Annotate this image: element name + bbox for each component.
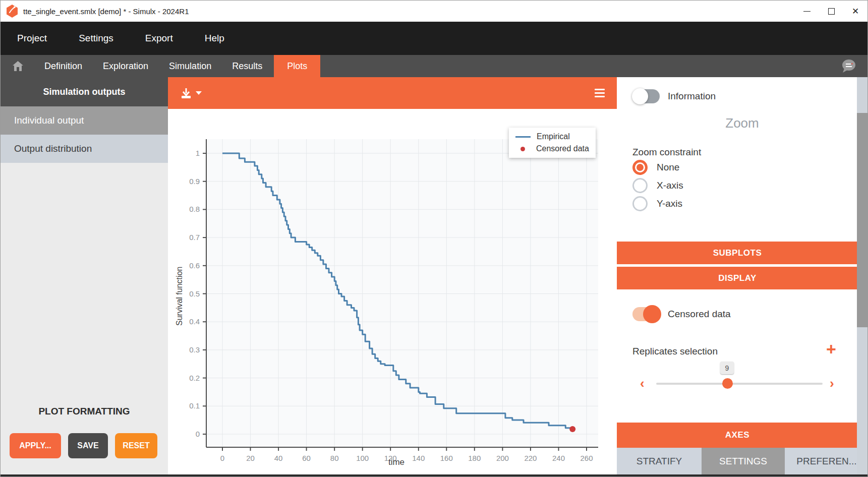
x-tick-label: 0 (220, 454, 224, 462)
x-tick-label: 40 (274, 454, 283, 462)
sidebar-header: Simulation outputs (1, 77, 168, 106)
y-tick-label: 0.7 (189, 233, 200, 242)
main-tab-bar: Definition Exploration Simulation Result… (1, 55, 867, 77)
zoom-constraint-x-axis[interactable]: X-axis (632, 178, 683, 193)
empirical-line-swatch (515, 136, 531, 138)
y-tick-label: 0.1 (189, 401, 200, 410)
menu-icon (595, 89, 605, 90)
menu-help[interactable]: Help (205, 33, 224, 44)
maximize-button[interactable] (819, 1, 843, 22)
settings-scrollbar[interactable] (857, 77, 867, 474)
tab-results[interactable]: Results (232, 61, 262, 72)
x-tick-label: 60 (302, 454, 311, 462)
slider-previous-button[interactable]: ‹ (640, 377, 645, 390)
zoom-constraint-none[interactable]: None (632, 160, 679, 175)
axes-section-button[interactable]: AXES (617, 423, 858, 448)
plot-menu-button[interactable] (595, 89, 605, 97)
y-tick-label: 0.8 (189, 205, 200, 213)
y-tick-label: 0 (196, 430, 200, 438)
plots-sidebar: Simulation outputs Individual output Out… (1, 77, 168, 474)
replicate-slider-track[interactable] (656, 383, 823, 385)
zoom-constraint-label: Zoom constraint (632, 147, 701, 158)
legend-item-censored: Censored data (515, 144, 589, 153)
y-tick-label: 0.5 (189, 289, 200, 298)
y-tick-label: 1 (196, 149, 200, 157)
x-tick-label: 180 (468, 454, 481, 462)
y-tick-label: 0.4 (189, 317, 200, 326)
home-icon (12, 61, 24, 72)
download-menu-button[interactable] (180, 88, 202, 99)
menu-bar: Project Settings Export Help (1, 22, 867, 55)
scrollbar-thumb[interactable] (857, 113, 867, 327)
radio-none-icon[interactable] (632, 160, 648, 175)
settings-bottom-tabs: STRATIFY SETTINGS PREFEREN... (617, 448, 868, 474)
radio-y-axis-icon[interactable] (632, 196, 648, 211)
minimize-button[interactable] (795, 1, 819, 22)
tab-settings[interactable]: SETTINGS (702, 448, 785, 474)
y-tick-label: 0.2 (189, 374, 200, 382)
censored-data-toggle[interactable] (632, 307, 660, 321)
minimize-icon (803, 11, 811, 12)
information-toggle[interactable] (632, 89, 660, 103)
title-bar: tte_single_event.smlx [demo] * - Simulx … (1, 1, 867, 22)
radio-y-axis-label: Y-axis (657, 198, 682, 209)
download-icon (180, 88, 192, 99)
display-section-button[interactable]: DISPLAY (617, 267, 858, 289)
x-tick-label: 20 (246, 454, 255, 462)
speech-bubble-icon (840, 58, 856, 74)
tab-preferences[interactable]: PREFEREN... (785, 448, 868, 474)
x-tick-label: 220 (524, 454, 537, 462)
tab-definition[interactable]: Definition (44, 61, 82, 72)
tab-simulation[interactable]: Simulation (169, 61, 211, 72)
zoom-section-title: Zoom (617, 115, 867, 131)
sidebar-item-output-distribution[interactable]: Output distribution (1, 135, 168, 163)
simulx-logo-icon (6, 5, 18, 18)
add-replicate-button[interactable]: + (826, 340, 836, 357)
censored-data-point (569, 426, 575, 432)
plot-main-area: 02040608010012014016018020022024026000.1… (168, 77, 617, 474)
slider-next-button[interactable]: › (830, 377, 834, 390)
window-title: tte_single_event.smlx [demo] * - Simulx … (23, 7, 189, 16)
menu-settings[interactable]: Settings (79, 33, 113, 44)
x-axis-label: time (346, 457, 447, 467)
reset-button[interactable]: RESET (115, 433, 157, 458)
caret-down-icon (196, 91, 202, 95)
menu-export[interactable]: Export (145, 33, 173, 44)
close-button[interactable]: ✕ (843, 1, 867, 22)
x-tick-label: 260 (580, 454, 593, 462)
plot-toolbar (168, 77, 617, 109)
survival-chart[interactable]: 02040608010012014016018020022024026000.1… (168, 109, 617, 474)
subplots-section-button[interactable]: SUBPLOTS (617, 242, 858, 264)
save-button[interactable]: SAVE (68, 433, 108, 458)
y-axis-label: Survival function (175, 267, 184, 326)
tab-exploration[interactable]: Exploration (103, 61, 148, 72)
zoom-constraint-y-axis[interactable]: Y-axis (632, 196, 682, 211)
home-button[interactable] (12, 61, 24, 72)
radio-none-label: None (657, 162, 679, 173)
legend-label-empirical: Empirical (537, 132, 570, 141)
replicate-slider-thumb[interactable] (722, 378, 733, 389)
chart-legend: Empirical Censored data (509, 128, 596, 158)
tab-plots[interactable]: Plots (274, 55, 320, 77)
plot-background (206, 139, 598, 447)
y-tick-label: 0.3 (189, 345, 200, 354)
replicates-selection-label: Replicates selection (632, 346, 718, 357)
maximize-icon (828, 8, 835, 15)
information-label: Information (668, 91, 716, 102)
censored-dot-swatch (520, 147, 525, 151)
replicate-slider-value: 9 (720, 362, 734, 374)
radio-x-axis-label: X-axis (657, 180, 683, 191)
legend-item-empirical: Empirical (515, 132, 589, 141)
y-tick-label: 0.9 (189, 177, 200, 186)
sidebar-item-individual-output[interactable]: Individual output (1, 106, 168, 135)
survival-plot-panel: 02040608010012014016018020022024026000.1… (168, 109, 617, 474)
plot-formatting-title: PLOT FORMATTING (1, 406, 168, 417)
x-tick-label: 200 (496, 454, 509, 462)
tab-stratify[interactable]: STRATIFY (617, 448, 702, 474)
y-tick-label: 0.6 (189, 261, 200, 270)
menu-project[interactable]: Project (17, 33, 47, 44)
x-tick-label: 240 (552, 454, 565, 462)
apply-button[interactable]: APPLY... (10, 433, 61, 458)
radio-x-axis-icon[interactable] (632, 178, 648, 193)
feedback-button[interactable] (840, 58, 856, 76)
